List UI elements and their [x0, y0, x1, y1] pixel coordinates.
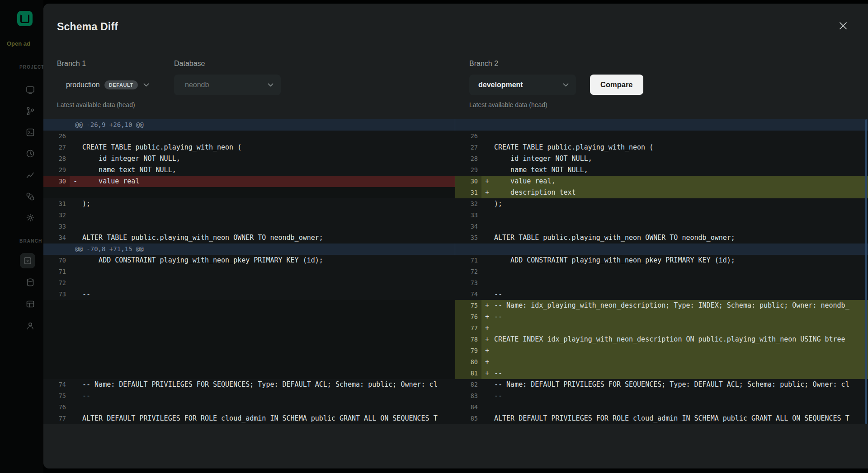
close-icon — [839, 22, 847, 30]
diff-row: 34ALTER TABLE public.playing_with_neon O… — [43, 232, 868, 244]
database-select[interactable]: neondb — [174, 75, 281, 95]
diff-prefix — [481, 277, 494, 289]
line-number — [43, 187, 70, 198]
chevron-down-icon — [143, 83, 149, 87]
line-number: 34 — [455, 221, 481, 232]
branch2-select[interactable]: development — [469, 75, 576, 95]
diff-cell: 26 — [455, 131, 868, 142]
line-number: 34 — [43, 232, 70, 244]
line-number: 77 — [455, 323, 481, 334]
line-number: 73 — [455, 277, 481, 289]
line-number — [43, 300, 70, 311]
code-text: ALTER TABLE public.playing_with_neon OWN… — [494, 232, 868, 244]
line-number: 35 — [455, 232, 481, 244]
diff-prefix — [481, 198, 494, 210]
diff-cell: 76 — [43, 402, 455, 413]
diff-prefix: + — [481, 368, 494, 379]
diff-cell: 31+ description text — [455, 187, 868, 198]
line-number: 29 — [43, 164, 70, 176]
branch1-select[interactable]: production DEFAULT — [57, 75, 155, 95]
diff-cell: 78+CREATE INDEX idx_playing_with_neon_de… — [455, 334, 868, 345]
diff-row: 70 ADD CONSTRAINT playing_with_neon_pkey… — [43, 255, 868, 266]
diff-prefix — [70, 368, 82, 379]
diff-prefix — [481, 232, 494, 244]
diff-cell: 30- value real — [43, 176, 455, 187]
diff-cell: 34 — [455, 221, 868, 232]
code-text: ADD CONSTRAINT playing_with_neon_pkey PR… — [82, 255, 455, 266]
diff-row: 28 id integer NOT NULL,28 id integer NOT… — [43, 153, 868, 164]
diff-cell: 33 — [455, 210, 868, 221]
code-text — [494, 345, 868, 356]
diff-row: 77ALTER DEFAULT PRIVILEGES FOR ROLE clou… — [43, 413, 868, 424]
diff-prefix — [70, 153, 82, 164]
diff-cell: 76+-- — [455, 311, 868, 323]
code-text: name text NOT NULL, — [494, 164, 868, 176]
diff-cell: 34ALTER TABLE public.playing_with_neon O… — [43, 232, 455, 244]
line-number: 80 — [455, 356, 481, 368]
compare-button[interactable]: Compare — [590, 75, 643, 95]
code-text: value real — [82, 176, 455, 187]
diff-row: 73--74-- — [43, 289, 868, 300]
diff-cell — [43, 323, 455, 334]
code-text: value real, — [494, 176, 868, 187]
line-number: 30 — [43, 176, 70, 187]
line-number: 33 — [43, 221, 70, 232]
code-text: ); — [82, 198, 455, 210]
diff-row: 79+ — [43, 345, 868, 356]
diff-cell: 72 — [455, 266, 868, 277]
diff-row: 75--83-- — [43, 390, 868, 402]
branch2-label: Branch 2 — [469, 60, 498, 68]
line-number: 70 — [43, 255, 70, 266]
diff-prefix — [481, 402, 494, 413]
diff-prefix — [481, 289, 494, 300]
diff-row: 3233 — [43, 210, 868, 221]
diff-cell: 81+-- — [455, 368, 868, 379]
diff-row: 30- value real30+ value real, — [43, 176, 868, 187]
line-number — [43, 368, 70, 379]
diff-prefix — [70, 390, 82, 402]
code-text — [82, 311, 455, 323]
diff-prefix — [70, 345, 82, 356]
diff-row: 7273 — [43, 277, 868, 289]
line-number: 31 — [43, 198, 70, 210]
diff-row: 78+CREATE INDEX idx_playing_with_neon_de… — [43, 334, 868, 345]
diff-cell: 32); — [455, 198, 868, 210]
diff-row: @@ -70,8 +71,15 @@ — [43, 244, 868, 255]
diff-cell — [43, 345, 455, 356]
diff-cell: 35ALTER TABLE public.playing_with_neon O… — [455, 232, 868, 244]
diff-row: 76+-- — [43, 311, 868, 323]
line-number: 30 — [455, 176, 481, 187]
database-value: neondb — [185, 81, 209, 89]
branch1-data-note: Latest available data (head) — [57, 101, 135, 108]
diff-cell — [43, 187, 455, 198]
diff-row: @@ -26,9 +26,10 @@ — [43, 119, 868, 131]
line-number: 31 — [455, 187, 481, 198]
diff-cell: 29 name text NOT NULL, — [43, 164, 455, 176]
schema-diff-view: @@ -26,9 +26,10 @@262627CREATE TABLE pub… — [43, 119, 868, 424]
diff-cell: 71 — [43, 266, 455, 277]
diff-cell: 70 ADD CONSTRAINT playing_with_neon_pkey… — [43, 255, 455, 266]
diff-cell: 79+ — [455, 345, 868, 356]
diff-prefix — [70, 187, 82, 198]
diff-prefix — [70, 300, 82, 311]
diff-prefix — [481, 142, 494, 153]
line-number: 85 — [455, 413, 481, 424]
hunk-header-spacer — [455, 244, 868, 255]
diff-cell: 26 — [43, 131, 455, 142]
line-number — [43, 311, 70, 323]
code-text — [82, 345, 455, 356]
close-button[interactable] — [835, 17, 852, 34]
line-number: 27 — [43, 142, 70, 153]
diff-scrollbar[interactable] — [865, 119, 867, 424]
diff-cell: 77+ — [455, 323, 868, 334]
diff-prefix — [70, 210, 82, 221]
diff-cell: 30+ value real, — [455, 176, 868, 187]
diff-cell: 74-- Name: DEFAULT PRIVILEGES FOR SEQUEN… — [43, 379, 455, 390]
diff-prefix — [481, 390, 494, 402]
diff-row: 27CREATE TABLE public.playing_with_neon … — [43, 142, 868, 153]
code-text — [82, 300, 455, 311]
diff-cell: 72 — [43, 277, 455, 289]
diff-row: 7172 — [43, 266, 868, 277]
line-number: 72 — [455, 266, 481, 277]
diff-cell: 85ALTER DEFAULT PRIVILEGES FOR ROLE clou… — [455, 413, 868, 424]
